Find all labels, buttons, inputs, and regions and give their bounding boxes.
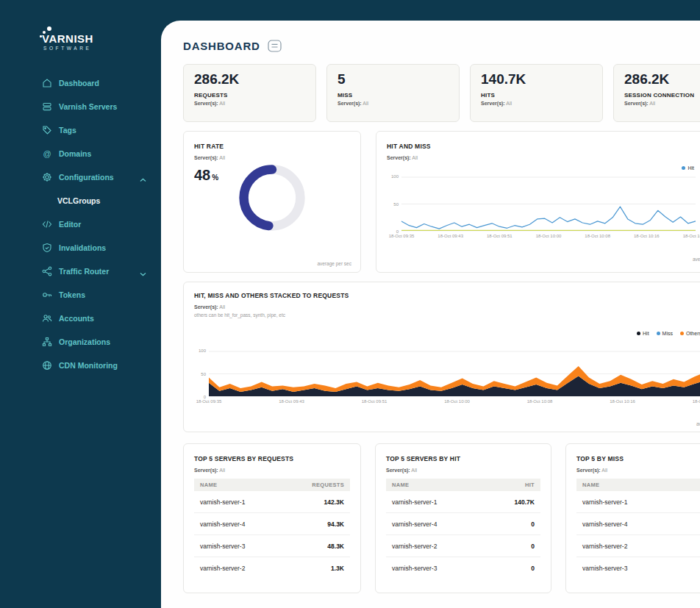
sidebar-item-varnish-servers[interactable]: Varnish Servers [0, 95, 161, 118]
server-scope: Server(s): All [387, 155, 418, 160]
stat-label: REQUESTS [194, 92, 305, 99]
sidebar-item-domains[interactable]: @ Domains [0, 142, 161, 165]
stats-row: 286.2K REQUESTS Server(s): All 5 MISS Se… [183, 64, 700, 122]
chart-footnote: average per sec [317, 261, 351, 266]
table-row: varnish-server-1142.3K [194, 491, 350, 513]
hamburger-icon [268, 40, 282, 52]
dashboard-menu-button[interactable] [268, 40, 282, 52]
users-icon [42, 313, 52, 323]
sidebar-item-organizations[interactable]: Organizations [0, 330, 161, 354]
chart-legend: Hit Miss Others [637, 331, 700, 336]
legend-label: Others [686, 331, 700, 336]
stat-card-requests: 286.2K REQUESTS Server(s): All [183, 64, 316, 122]
server-scope: Server(s): All [194, 155, 225, 160]
servers-table: NAMEREQUESTS varnish-server-1142.3K varn… [194, 479, 350, 579]
chart-footnote: average per sec [696, 421, 700, 426]
x-tick-label: 18-Oct 09:43 [438, 234, 463, 238]
sidebar-item-traffic-router[interactable]: Traffic Router [0, 260, 161, 283]
legend-item-hit[interactable]: Hit [637, 331, 649, 336]
legend-label: Hit [688, 165, 694, 171]
x-tick-label: 18-Oct 10:00 [536, 234, 562, 238]
sidebar-item-tokens[interactable]: Tokens [0, 283, 161, 307]
card-title: HIT, MISS AND OTHERS STACKED TO REQUESTS [194, 292, 349, 299]
logo-dot [47, 26, 51, 31]
x-tick-label: 18-Oct 10:00 [444, 399, 470, 404]
table-row: varnish-server-40 [386, 513, 540, 535]
chart-subtitle: others can be hit_for_pass, synth, pipe,… [194, 312, 285, 318]
sidebar-item-label: Invalidations [59, 243, 106, 252]
sidebar-item-label: VCLGroups [57, 196, 100, 205]
hit-rate-card: HIT RATE Server(s): All 48% average per … [183, 131, 361, 273]
card-title: HIT AND MISS [387, 143, 431, 150]
server-scope: Server(s): All [338, 101, 449, 106]
x-tick-label: 18-Oct 09:51 [487, 234, 512, 238]
stat-value: 140.7K [481, 71, 592, 87]
table-row: varnish-server-1 [576, 491, 700, 513]
stat-card-miss: 5 MISS Server(s): All [326, 64, 460, 122]
x-tick-label: 18-Oct 09:51 [362, 399, 388, 404]
x-tick-label: 18-Oct 10:08 [585, 234, 610, 238]
org-chart-icon [42, 337, 52, 347]
legend-label: Miss [662, 331, 673, 336]
sidebar-item-accounts[interactable]: Accounts [0, 307, 161, 330]
page-title: DASHBOARD [183, 40, 260, 52]
x-tick-label: 18-Oct 10:25 [683, 234, 700, 238]
sidebar-item-cdn-monitoring[interactable]: CDN Monitoring [0, 354, 161, 377]
logo-subtext: SOFTWARE [42, 46, 93, 51]
stacked-area-chart [209, 351, 700, 396]
top5-requests-card: TOP 5 SERVERS BY REQUESTS Server(s): All… [183, 443, 361, 593]
table-row: varnish-server-20 [386, 535, 540, 557]
chevron-down-icon [140, 269, 146, 278]
sidebar-item-editor[interactable]: Editor [0, 212, 161, 236]
logo-text: VARNISH [42, 32, 93, 45]
sidebar-item-configurations[interactable]: Configurations [0, 165, 161, 189]
logo-dot [40, 35, 42, 37]
tables-row: TOP 5 SERVERS BY REQUESTS Server(s): All… [183, 443, 700, 593]
server-scope: Server(s): All [194, 101, 305, 106]
x-axis: 18-Oct 09:3518-Oct 09:4318-Oct 09:5118-O… [401, 234, 696, 240]
legend-item-miss[interactable]: Miss [657, 331, 673, 336]
legend-item-others[interactable]: Others [680, 331, 700, 336]
y-axis: 100500 [190, 348, 206, 399]
servers-table: NAMEHIT varnish-server-1140.7K varnish-s… [386, 479, 540, 579]
table-header: NAMEREQUESTS [194, 479, 350, 491]
x-tick-label: 18-Oct 09:35 [196, 399, 222, 404]
legend-dot [682, 166, 685, 170]
main-panel: DASHBOARD 286.2K REQUESTS Server(s): All… [161, 21, 700, 608]
table-row: varnish-server-494.3K [194, 513, 350, 535]
stat-card-session-connections: 286.2K SESSION CONNECTION Server(s): All [613, 64, 700, 122]
sidebar-item-dashboard[interactable]: Dashboard [0, 71, 161, 95]
x-axis: 18-Oct 09:3518-Oct 09:4318-Oct 09:5118-O… [209, 399, 700, 405]
globe-icon [42, 360, 52, 371]
stat-value: 286.2K [624, 71, 700, 87]
chart-legend: Hit [682, 165, 694, 171]
legend-dot [680, 332, 684, 335]
logo-dot [43, 31, 46, 34]
server-scope: Server(s): All [194, 468, 225, 473]
sidebar-item-label: Configurations [59, 173, 114, 182]
key-icon [42, 290, 52, 300]
sidebar-item-label: Accounts [59, 314, 94, 323]
gear-icon [42, 172, 52, 182]
servers-table: NAME varnish-server-1 varnish-server-4 v… [576, 479, 700, 579]
sidebar-item-label: Varnish Servers [59, 102, 117, 111]
sidebar-item-label: Traffic Router [59, 267, 109, 276]
servers-icon [42, 101, 52, 112]
hit-rate-gauge [237, 162, 307, 233]
sidebar-item-label: Organizations [59, 337, 110, 346]
stat-label: SESSION CONNECTION [624, 92, 700, 99]
legend-item-hit[interactable]: Hit [682, 165, 694, 171]
chevron-up-icon [140, 175, 146, 184]
sidebar-item-label: CDN Monitoring [59, 361, 118, 370]
sidebar-item-vclgroups[interactable]: VCLGroups [0, 189, 161, 212]
varnish-logo: VARNISH SOFTWARE [42, 32, 93, 51]
card-title: TOP 5 SERVERS BY HIT [386, 455, 460, 462]
sidebar-item-label: Domains [59, 149, 91, 158]
x-tick-label: 18-Oct 09:43 [279, 399, 304, 404]
table-header: NAMEHIT [386, 479, 540, 491]
card-title: TOP 5 BY MISS [576, 455, 624, 462]
at-icon: @ [42, 149, 52, 158]
sidebar-item-invalidations[interactable]: Invalidations [0, 236, 161, 260]
card-title: HIT RATE [194, 143, 224, 150]
sidebar-item-tags[interactable]: Tags [0, 118, 161, 142]
